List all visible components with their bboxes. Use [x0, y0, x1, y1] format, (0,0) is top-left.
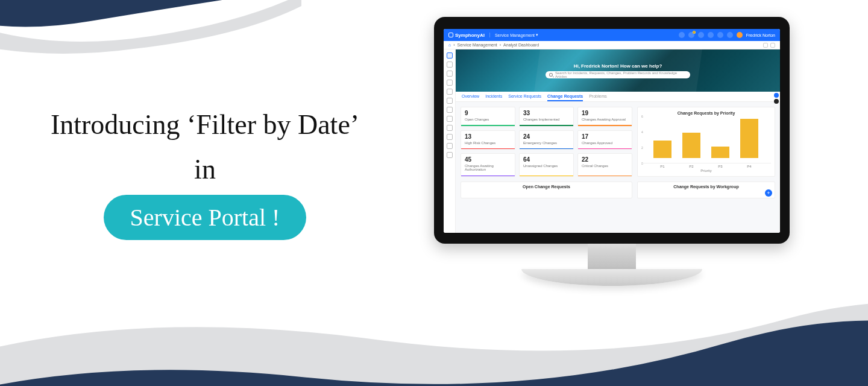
alerts-icon[interactable] [698, 32, 704, 38]
stat-accent [461, 176, 515, 177]
stat-number: 19 [582, 110, 628, 116]
notification-badge: 2 [693, 31, 696, 34]
headline-line2: in [194, 154, 216, 185]
bar[interactable] [740, 119, 758, 158]
breadcrumb: ⌂ › Service Management › Analyst Dashboa… [444, 41, 780, 49]
quick-action-1[interactable] [774, 93, 779, 98]
chat-icon[interactable] [679, 32, 685, 38]
sidebar-item-dashboard[interactable] [447, 52, 453, 59]
tab-overview[interactable]: Overview [462, 94, 479, 101]
user-name[interactable]: Fredrick Norton [746, 33, 775, 37]
open-changes-panel: Open Change Requests [461, 182, 632, 198]
tab-service-requests[interactable]: Service Requests [508, 94, 541, 101]
stat-accent [520, 125, 573, 126]
settings-icon[interactable] [727, 32, 733, 38]
decorative-wave-top [0, 0, 301, 72]
sidebar-item-changes[interactable] [447, 80, 453, 86]
search-placeholder: Search for Incidents, Requests, Changes,… [555, 71, 687, 78]
sidebar-item-calendar[interactable] [447, 143, 453, 149]
app-switcher[interactable]: Service Management ▾ [489, 33, 538, 37]
xtick: P2 [682, 165, 700, 168]
stat-label: Changes Awaiting Authorization [465, 164, 511, 171]
stat-card[interactable]: 13High Risk Changes [461, 130, 515, 150]
stat-accent [461, 148, 515, 150]
stat-number: 45 [465, 156, 511, 163]
stat-card[interactable]: 33Changes Implemented [519, 107, 574, 127]
home-icon[interactable]: ⌂ [448, 43, 451, 47]
dashboard-row2: Open Change Requests Change Requests by … [456, 182, 780, 203]
bar[interactable] [653, 141, 671, 158]
quick-action-2[interactable] [774, 99, 779, 104]
sidebar-item-more[interactable] [447, 152, 453, 158]
headline-pill: Service Portal ! [104, 195, 307, 240]
xtick: P3 [711, 165, 729, 168]
sidebar-item-incidents[interactable] [447, 62, 453, 68]
bar[interactable] [682, 133, 700, 158]
xtick: P1 [653, 165, 671, 168]
stat-number: 9 [465, 110, 511, 116]
stat-card[interactable]: 17Changes Approved [577, 130, 632, 150]
monitor-base [521, 269, 702, 286]
stat-label: Changes Awaiting Approval [582, 118, 628, 121]
chart-xlabel: Priority [641, 169, 771, 172]
filter-icon[interactable] [763, 43, 768, 48]
stat-cards-grid: 9Open Changes33Changes Implemented19Chan… [461, 107, 632, 177]
stat-accent [578, 176, 632, 177]
sidebar-item-problems[interactable] [447, 89, 453, 95]
stat-accent [520, 176, 573, 177]
brand-text: SymphonyAI [455, 33, 485, 38]
monitor-bezel: SymphonyAI Service Management ▾ 2 Fredri… [434, 17, 790, 244]
search-input[interactable]: Search for Incidents, Requests, Changes,… [546, 71, 690, 78]
changes-by-workgroup-panel: Change Requests by Workgroup + [637, 182, 775, 198]
screen-body: Hi, Fredrick Norton! How can we help? Se… [444, 49, 780, 233]
stat-card[interactable]: 45Changes Awaiting Authorization [461, 153, 515, 177]
tab-change-requests[interactable]: Change Requests [547, 94, 583, 101]
stat-card[interactable]: 22Critical Changes [577, 153, 632, 177]
stat-label: Open Changes [465, 118, 511, 121]
sidebar-item-requests[interactable] [447, 71, 453, 77]
brand-icon [448, 33, 453, 37]
tab-problems[interactable]: Problems [589, 94, 607, 101]
xtick: P4 [740, 165, 758, 168]
main-area: Hi, Fredrick Norton! How can we help? Se… [456, 49, 780, 233]
dashboard-tabs: Overview Incidents Service Requests Chan… [456, 92, 780, 102]
sidebar-item-tasks[interactable] [447, 116, 453, 122]
bar[interactable] [711, 147, 729, 159]
left-sidebar [444, 49, 456, 233]
stat-label: Changes Implemented [523, 118, 570, 121]
stat-card[interactable]: 64Unassigned Changes [519, 153, 574, 177]
stat-card[interactable]: 9Open Changes [461, 107, 515, 127]
avatar[interactable] [737, 32, 743, 38]
apps-icon[interactable] [708, 32, 714, 38]
stat-label: High Risk Changes [465, 141, 511, 145]
help-icon[interactable] [717, 32, 723, 38]
stat-card[interactable]: 24Emergency Changes [519, 130, 574, 150]
stat-accent [461, 125, 515, 126]
stat-label: Critical Changes [582, 164, 628, 168]
brand-label: SymphonyAI [448, 33, 485, 38]
sidebar-item-users[interactable] [447, 125, 453, 131]
stat-accent [520, 148, 573, 150]
topbar-right: 2 Fredrick Norton [679, 32, 775, 38]
chart-priority: Change Requests by Priority 6420 P1P2P3P… [637, 107, 775, 177]
refresh-icon[interactable] [770, 43, 775, 48]
fab-add-button[interactable]: + [765, 189, 772, 197]
stat-number: 33 [523, 110, 570, 116]
sidebar-item-assets[interactable] [447, 107, 453, 113]
monitor-neck [588, 244, 636, 269]
notifications-icon[interactable]: 2 [688, 32, 694, 38]
hero-banner: Hi, Fredrick Norton! How can we help? Se… [456, 49, 780, 92]
stat-number: 22 [582, 156, 628, 163]
headline-block: Introducing ‘Filter by Date’ in Service … [0, 103, 410, 240]
sidebar-item-reports[interactable] [447, 134, 453, 140]
monitor-mockup: SymphonyAI Service Management ▾ 2 Fredri… [434, 17, 790, 286]
stat-number: 17 [582, 133, 628, 140]
dashboard-row1: 9Open Changes33Changes Implemented19Chan… [456, 102, 780, 182]
sidebar-item-knowledge[interactable] [447, 98, 453, 104]
app-topbar: SymphonyAI Service Management ▾ 2 Fredri… [444, 29, 780, 41]
tab-incidents[interactable]: Incidents [485, 94, 502, 101]
stat-card[interactable]: 19Changes Awaiting Approval [577, 107, 632, 127]
floating-quick-actions [774, 93, 779, 104]
crumb-level1[interactable]: Service Management [458, 43, 497, 47]
chart-title: Change Requests by Priority [641, 111, 771, 115]
